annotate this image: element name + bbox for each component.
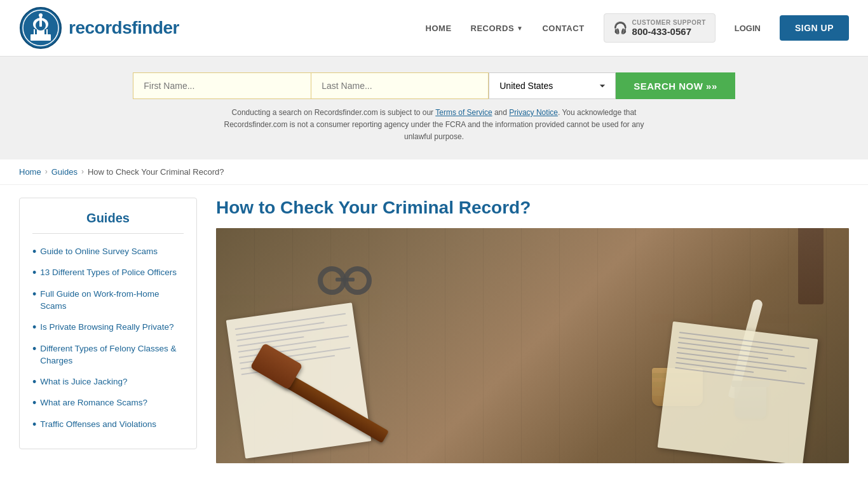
customer-support-button[interactable]: 🎧 CUSTOMER SUPPORT 800-433-0567 <box>604 13 715 43</box>
privacy-link[interactable]: Privacy Notice <box>509 108 558 117</box>
sidebar-link-work-home-scams[interactable]: Full Guide on Work-from-Home Scams <box>40 288 184 313</box>
site-header: recordsfinder HOME RECORDS ▼ CONTACT 🎧 C… <box>0 0 868 57</box>
logo-icon <box>19 6 62 50</box>
list-item: Full Guide on Work-from-Home Scams <box>32 284 184 317</box>
main-nav: HOME RECORDS ▼ CONTACT 🎧 CUSTOMER SUPPOR… <box>426 13 849 43</box>
list-item: What are Romance Scams? <box>32 393 184 414</box>
list-item: Is Private Browsing Really Private? <box>32 317 184 339</box>
breadcrumb-guides[interactable]: Guides <box>51 167 78 177</box>
search-section: United States Canada United Kingdom SEAR… <box>0 57 868 159</box>
sidebar-link-private-browsing[interactable]: Is Private Browsing Really Private? <box>40 322 173 334</box>
sidebar: Guides Guide to Online Survey Scams 13 D… <box>19 198 197 449</box>
last-name-input[interactable] <box>311 72 489 99</box>
sidebar-link-survey-scams[interactable]: Guide to Online Survey Scams <box>40 246 158 258</box>
nav-records[interactable]: RECORDS ▼ <box>471 24 524 33</box>
breadcrumb-home[interactable]: Home <box>19 167 41 177</box>
list-item: Different Types of Felony Classes & Char… <box>32 339 184 372</box>
list-item: Guide to Online Survey Scams <box>32 241 184 263</box>
list-item: 13 Different Types of Police Officers <box>32 262 184 284</box>
search-disclaimer: Conducting a search on Recordsfinder.com… <box>212 107 656 144</box>
breadcrumb-separator-1: › <box>45 167 48 176</box>
search-bar: United States Canada United Kingdom SEAR… <box>133 72 735 99</box>
sidebar-link-police-officers[interactable]: 13 Different Types of Police Officers <box>40 267 177 279</box>
article-image <box>216 228 849 463</box>
search-button[interactable]: SEARCH NOW »» <box>616 72 735 99</box>
sidebar-link-juice-jacking[interactable]: What is Juice Jacking? <box>40 376 127 388</box>
svg-rect-10 <box>44 29 46 34</box>
sidebar-title: Guides <box>32 211 184 234</box>
headset-icon: 🎧 <box>613 21 627 35</box>
svg-rect-9 <box>35 29 37 34</box>
article-title: How to Check Your Criminal Record? <box>216 198 849 218</box>
sidebar-link-traffic-offenses[interactable]: Traffic Offenses and Violations <box>40 419 156 431</box>
chevron-down-icon: ▼ <box>517 25 523 32</box>
breadcrumb: Home › Guides › How to Check Your Crimin… <box>0 159 868 185</box>
svg-point-7 <box>39 13 43 17</box>
logo-text: recordsfinder <box>69 18 179 38</box>
main-content: Guides Guide to Online Survey Scams 13 D… <box>0 185 868 476</box>
svg-rect-11 <box>48 29 50 34</box>
login-button[interactable]: LOGIN <box>735 24 761 33</box>
article-area: How to Check Your Criminal Record? <box>216 198 849 463</box>
nav-home[interactable]: HOME <box>426 24 452 33</box>
list-item: What is Juice Jacking? <box>32 372 184 393</box>
country-select[interactable]: United States Canada United Kingdom <box>489 72 616 99</box>
tos-link[interactable]: Terms of Service <box>435 108 492 117</box>
nav-contact[interactable]: CONTACT <box>542 24 584 33</box>
breadcrumb-current: How to Check Your Criminal Record? <box>88 167 224 177</box>
signup-button[interactable]: SIGN UP <box>780 15 849 41</box>
sidebar-link-felony-classes[interactable]: Different Types of Felony Classes & Char… <box>40 343 184 367</box>
svg-rect-8 <box>32 29 34 34</box>
sidebar-link-romance-scams[interactable]: What are Romance Scams? <box>40 397 147 409</box>
list-item: Traffic Offenses and Violations <box>32 414 184 436</box>
sidebar-list: Guide to Online Survey Scams 13 Differen… <box>32 241 184 436</box>
support-label: CUSTOMER SUPPORT <box>632 19 706 26</box>
support-number: 800-433-0567 <box>632 26 706 37</box>
breadcrumb-separator-2: › <box>81 167 84 176</box>
first-name-input[interactable] <box>133 72 311 99</box>
logo-area[interactable]: recordsfinder <box>19 6 179 50</box>
